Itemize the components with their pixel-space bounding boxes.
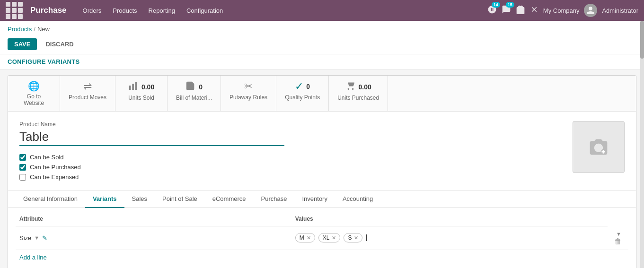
menu-configuration[interactable]: Configuration: [182, 5, 228, 16]
row-actions-cell: ▼ 🗑: [608, 226, 628, 250]
tag-s-remove[interactable]: ✕: [354, 235, 358, 241]
smart-btn-putaway-label: Putaway Rules: [229, 94, 267, 101]
smart-btn-units-sold-label: Units Sold: [128, 95, 154, 101]
bar-chart-icon: [128, 80, 139, 93]
close-icon[interactable]: [530, 5, 538, 16]
values-cell: M ✕ XL ✕ S ✕: [291, 226, 608, 250]
can-be-expensed-checkbox[interactable]: Can be Expensed: [19, 173, 554, 181]
tab-general-information[interactable]: General Information: [16, 190, 85, 208]
main-content: 🌐 Go toWebsite ⇌ Product Moves 0.00: [0, 69, 644, 268]
user-avatar[interactable]: [584, 4, 597, 17]
smart-btn-units-sold[interactable]: 0.00 Units Sold: [115, 76, 168, 111]
menu-orders[interactable]: Orders: [78, 5, 106, 16]
tag-m-remove[interactable]: ✕: [307, 235, 311, 241]
svg-rect-1: [132, 84, 134, 90]
svg-rect-2: [135, 82, 137, 90]
bom-icon: [185, 80, 196, 93]
checkbox-group: Can be Sold Can be Purchased Can be Expe…: [19, 154, 554, 181]
delete-row-button[interactable]: 🗑: [611, 236, 625, 246]
smart-btn-bom-label: Bill of Materi...: [176, 95, 212, 101]
attribute-dropdown-arrow[interactable]: ▼: [34, 235, 39, 241]
quality-value: 0: [306, 83, 310, 90]
breadcrumb: Products / New: [0, 21, 644, 35]
smart-buttons: 🌐 Go toWebsite ⇌ Product Moves 0.00: [8, 76, 636, 112]
smart-btn-product-moves-label: Product Moves: [69, 94, 106, 101]
col-values: Values: [291, 212, 608, 226]
can-be-sold-checkbox[interactable]: Can be Sold: [19, 154, 554, 161]
tab-ecommerce[interactable]: eCommerce: [205, 190, 254, 208]
product-form: Product Name Can be Sold Can be Purchase…: [8, 112, 636, 190]
can-be-expensed-label: Can be Expensed: [30, 173, 79, 181]
activity-icon[interactable]: 14: [487, 5, 497, 16]
can-be-expensed-input[interactable]: [19, 174, 26, 181]
variants-section: Attribute Values Size ▼ ✎: [8, 212, 636, 268]
units-sold-value: 0.00: [141, 83, 154, 91]
table-row: Size ▼ ✎ M ✕ XL ✕: [16, 226, 628, 250]
can-be-sold-label: Can be Sold: [30, 154, 64, 161]
tabs-bar: General Information Variants Sales Point…: [8, 190, 636, 208]
add-line-link[interactable]: Add a line: [16, 250, 51, 265]
product-card: 🌐 Go toWebsite ⇌ Product Moves 0.00: [8, 75, 636, 268]
tags-input-cursor: [366, 234, 367, 241]
smart-btn-quality-label: Quality Points: [285, 94, 320, 101]
smart-btn-bill-of-materials[interactable]: 0 Bill of Materi...: [168, 76, 221, 111]
smart-btn-go-to-website[interactable]: 🌐 Go toWebsite: [8, 76, 60, 111]
scrollbar[interactable]: [640, 21, 644, 268]
can-be-purchased-label: Can be Purchased: [30, 164, 81, 171]
topnav: Purchase Orders Products Reporting Confi…: [0, 0, 644, 21]
product-form-right: [563, 121, 625, 181]
smart-btn-units-purchased-label: Units Purchased: [337, 95, 379, 101]
tab-point-of-sale[interactable]: Point of Sale: [155, 190, 205, 208]
col-attribute: Attribute: [16, 212, 291, 226]
tab-purchase[interactable]: Purchase: [254, 190, 295, 208]
breadcrumb-parent[interactable]: Products: [8, 26, 32, 33]
smart-btn-putaway-rules[interactable]: ✂ Putaway Rules: [221, 76, 276, 111]
cart-icon: [345, 80, 356, 93]
globe-icon: 🌐: [28, 80, 40, 92]
tab-sales[interactable]: Sales: [124, 190, 155, 208]
product-name-input[interactable]: [19, 130, 284, 146]
moves-icon: ⇌: [83, 80, 92, 93]
bom-value: 0: [199, 83, 203, 91]
breadcrumb-separator: /: [34, 26, 35, 33]
tag-xl-remove[interactable]: ✕: [332, 235, 336, 241]
units-purchased-value: 0.00: [359, 83, 371, 91]
configure-variants-bar: CONFIGURE VARIANTS: [0, 54, 644, 69]
tab-variants[interactable]: Variants: [85, 190, 124, 208]
toolbar: SAVE DISCARD: [0, 35, 644, 54]
quality-icon: ✓: [295, 80, 303, 93]
discard-button[interactable]: DISCARD: [41, 38, 78, 50]
activity-badge: 14: [492, 2, 500, 8]
gift-icon[interactable]: [516, 5, 525, 16]
svg-rect-0: [129, 86, 131, 90]
smart-btn-product-moves[interactable]: ⇌ Product Moves: [60, 76, 115, 111]
app-name: Purchase: [30, 6, 67, 15]
tab-accounting[interactable]: Accounting: [335, 190, 380, 208]
smart-btn-go-to-website-label: Go toWebsite: [24, 93, 44, 106]
putaway-icon: ✂: [244, 80, 253, 93]
smart-btn-units-purchased[interactable]: 0.00 Units Purchased: [329, 76, 388, 111]
menu-products[interactable]: Products: [108, 5, 141, 16]
attribute-edit-icon[interactable]: ✎: [42, 234, 47, 242]
messages-badge: 15: [506, 2, 514, 8]
save-button[interactable]: SAVE: [8, 38, 37, 50]
tag-xl: XL ✕: [318, 233, 341, 242]
breadcrumb-current: New: [37, 26, 50, 33]
values-dropdown-arrow[interactable]: ▼: [616, 231, 621, 237]
messages-icon[interactable]: 15: [502, 5, 511, 16]
can-be-purchased-input[interactable]: [19, 164, 26, 171]
can-be-purchased-checkbox[interactable]: Can be Purchased: [19, 164, 554, 171]
configure-variants-link[interactable]: CONFIGURE VARIANTS: [8, 58, 80, 65]
company-name[interactable]: My Company: [543, 7, 580, 14]
menu-reporting[interactable]: Reporting: [144, 5, 180, 16]
app-grid-menu[interactable]: [6, 2, 23, 19]
smart-btn-quality-points[interactable]: ✓ 0 Quality Points: [276, 76, 329, 111]
values-tags-container: M ✕ XL ✕ S ✕: [295, 233, 604, 242]
tab-inventory[interactable]: Inventory: [294, 190, 335, 208]
username: Administrator: [602, 7, 638, 14]
size-label: Size: [19, 234, 31, 242]
product-name-label: Product Name: [19, 121, 554, 128]
can-be-sold-input[interactable]: [19, 154, 26, 161]
scrollbar-thumb[interactable]: [640, 21, 644, 59]
product-image-placeholder[interactable]: [573, 121, 625, 173]
